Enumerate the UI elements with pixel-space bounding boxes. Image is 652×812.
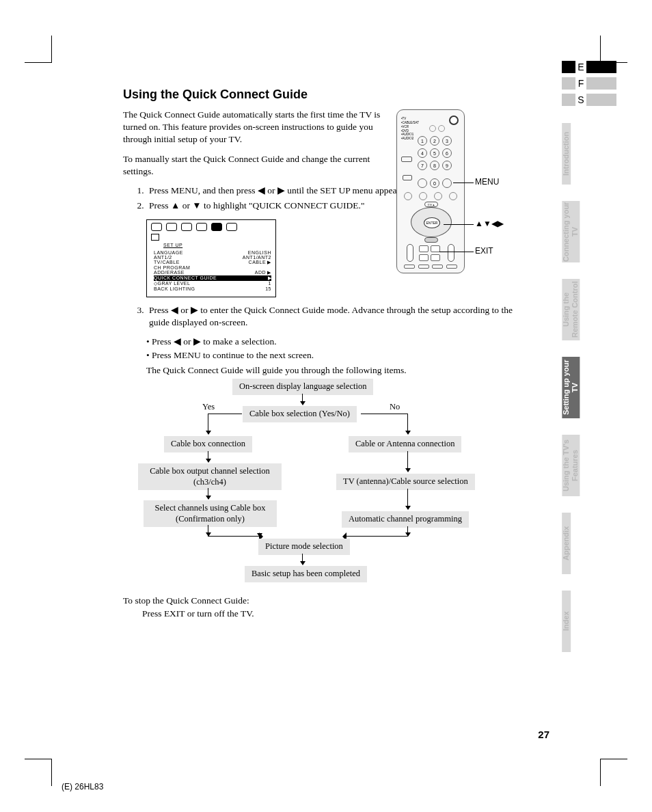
- remote-illustration: •TV •CABLE/SAT •VCR •DVD •AUDIO1 •AUDIO2…: [396, 109, 465, 273]
- num-5: 5: [430, 148, 439, 158]
- callout-exit: EXIT: [475, 246, 493, 256]
- volume-rocker: [448, 244, 454, 262]
- txt: to highlight "QUICK CONNECT GUIDE.": [202, 200, 365, 211]
- flow-line: [347, 536, 408, 537]
- flow-arrow: [407, 489, 408, 509]
- osd-icon: [151, 223, 162, 231]
- osd-setup-menu: SET UP LANGUAGEENGLISH ANT1/2ANT1/ANT2 T…: [146, 219, 276, 297]
- num-2: 2: [430, 136, 439, 146]
- num-6: 6: [442, 148, 452, 158]
- circle-button: [404, 192, 412, 200]
- flow-arrow: [208, 525, 208, 536]
- footer-model: (E) 26HL83: [62, 782, 103, 791]
- callout-text: ▲▼◀▶: [475, 219, 504, 228]
- osd-label: BACK LIGHTING: [154, 286, 195, 291]
- small-button: [431, 245, 440, 252]
- osd-icon: [196, 223, 207, 231]
- language-tabs: E F S: [562, 59, 616, 109]
- flow-box: Cable box output channel selection (ch3/…: [138, 463, 282, 490]
- callout-arrows: ▲▼◀▶: [475, 219, 504, 228]
- chapter-tabs: Introduction Connecting your TV Using th…: [562, 123, 616, 668]
- circle-button: [419, 192, 427, 200]
- lang-square: [562, 94, 575, 106]
- flow-arrow: [407, 526, 408, 536]
- mode-button: [401, 157, 412, 162]
- osd-icon: [166, 223, 177, 231]
- tab-index: Index: [562, 591, 571, 652]
- tv-icon: [151, 234, 159, 241]
- osd-label: LANGUAGE: [154, 250, 183, 255]
- dpad-ring: ENTER: [411, 207, 452, 237]
- small-button: [418, 265, 429, 269]
- osd-label: ANT1/2: [154, 255, 172, 260]
- remote-switches: •TV •CABLE/SAT •VCR •DVD •AUDIO1 •AUDIO2: [401, 117, 419, 141]
- left-arrow-icon: ◀: [171, 305, 178, 315]
- flow-arrow: [208, 414, 208, 434]
- crop-mark: [600, 759, 627, 786]
- txt: Press: [149, 305, 171, 315]
- osd-value: ▶: [268, 275, 272, 281]
- flow-box: Select channels using Cable box (Confirm…: [144, 500, 277, 527]
- lang-square: [562, 77, 575, 90]
- step-3: Press ◀ or ▶ to enter the Quick Connect …: [146, 304, 519, 329]
- flow-line: [208, 536, 259, 537]
- num-7: 7: [418, 161, 427, 170]
- osd-label: GRAY LEVEL: [158, 281, 191, 286]
- txt: or: [265, 185, 277, 195]
- flow-arrow: [208, 451, 208, 462]
- osd-icon: [211, 223, 222, 231]
- enter-button: ENTER: [424, 217, 440, 228]
- lang-bar: [586, 61, 616, 73]
- num-0: 0: [430, 178, 439, 188]
- stop-instructions: To stop the Quick Connect Guide: Press E…: [123, 595, 465, 621]
- osd-title: SET UP: [163, 243, 271, 247]
- num-4: 4: [418, 148, 427, 158]
- flow-box: Basic setup has been completed: [245, 566, 367, 582]
- callout-text: EXIT: [475, 246, 493, 256]
- small-button: [419, 254, 429, 261]
- stop-line-1: To stop the Quick Connect Guide:: [123, 595, 465, 608]
- osd-value: 15: [265, 286, 271, 291]
- flow-box: Cable box connection: [164, 436, 252, 452]
- flow-arrow: [407, 414, 408, 434]
- txt: to make a selection.: [201, 336, 277, 347]
- crop-mark: [600, 36, 627, 63]
- callout-menu: MENU: [475, 177, 499, 187]
- up-arrow-icon: ▲: [171, 200, 180, 211]
- flow-box: Automatic channel programming: [342, 511, 469, 528]
- crop-mark: [25, 36, 52, 63]
- right-arrow-icon: ▶: [191, 305, 198, 315]
- tab-features: Using the TV's Features: [562, 435, 580, 496]
- lang-square: [562, 61, 575, 73]
- txt: Press: [149, 200, 171, 211]
- callout-text: MENU: [475, 177, 499, 187]
- osd-value: ADD ▶: [255, 270, 271, 275]
- circle-button: [434, 192, 442, 200]
- small-button: [438, 125, 445, 132]
- left-arrow-icon: ◀: [174, 336, 181, 347]
- down-arrow-icon: ▼: [192, 200, 201, 211]
- num-3: 3: [442, 136, 452, 146]
- channel-rocker: [407, 244, 413, 262]
- flow-line: [208, 414, 242, 414]
- flow-box: Cable box selection (Yes/No): [243, 406, 357, 422]
- txt: or: [180, 200, 192, 211]
- lang-bar: [586, 94, 616, 106]
- small-button: [446, 265, 457, 269]
- num-9: 9: [442, 161, 452, 170]
- num-1: 1: [418, 136, 427, 146]
- crop-mark: [25, 759, 52, 786]
- lang-label: S: [575, 94, 586, 105]
- osd-value: ANT1/ANT2: [243, 255, 271, 260]
- txt: • Press: [146, 336, 174, 347]
- osd-icon: [181, 223, 192, 231]
- small-button: [429, 125, 436, 132]
- fav-button: FAV▲: [424, 202, 438, 207]
- page-number: 27: [538, 729, 549, 740]
- dpad: FAV▲ ENTER: [411, 207, 452, 237]
- osd-label: QUICK CONNECT GUIDE: [154, 275, 217, 281]
- tab-connecting: Connecting your TV: [562, 201, 580, 262]
- flow-arrow: [407, 451, 408, 472]
- osd-label: CH PROGRAM: [154, 265, 190, 270]
- callout-line: [444, 224, 474, 225]
